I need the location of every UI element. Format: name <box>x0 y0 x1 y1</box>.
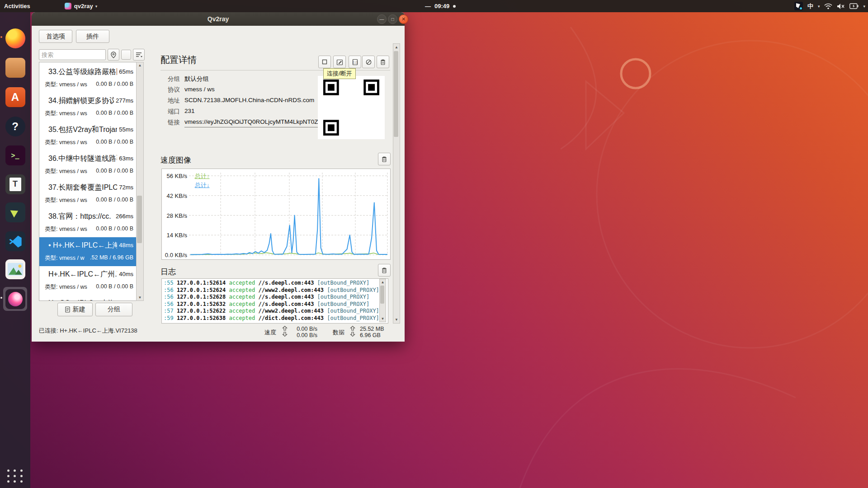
maximize-button[interactable]: □ <box>388 14 397 24</box>
server-list-item[interactable]: 35.包括V2ray和Trojan55ms类型: vmess / ws0.00 … <box>39 122 136 150</box>
config-details-title: 配置详情 <box>160 54 197 66</box>
server-traffic: 0.00 B / 0.00 B <box>96 139 133 146</box>
config-detail-row: 分组默认分组 <box>166 75 209 84</box>
vscode-icon <box>5 231 25 251</box>
clear-log-button[interactable] <box>378 264 391 277</box>
activities-button[interactable]: Activities <box>0 0 34 12</box>
help-icon: ? <box>5 117 25 136</box>
scrollbar-thumb[interactable] <box>380 286 384 304</box>
server-list-item[interactable]: 38.官网：https://cc.266ms类型: vmess / ws0.00… <box>39 208 136 237</box>
server-traffic: 0.00 B / 0.00 B <box>96 110 133 117</box>
ime-language-label[interactable]: 中 <box>807 2 813 10</box>
server-name: 34.捐赠解锁更多协议 <box>48 96 114 106</box>
server-list-item[interactable]: • H+.HK←IPLC←上海48ms类型: vmess / w.52 MB /… <box>39 237 136 266</box>
trash-icon <box>380 59 386 66</box>
server-list-item[interactable]: 36.中继中转隧道线路覆63ms类型: vmess / ws0.00 B / 0… <box>39 150 136 179</box>
connect-disconnect-button[interactable] <box>318 56 331 68</box>
trash-icon <box>381 156 387 163</box>
log-scrollbar[interactable]: ▲ ▼ <box>379 279 386 322</box>
dock-item-qv2ray[interactable] <box>3 287 27 311</box>
plugins-button[interactable]: 插件 <box>76 30 109 43</box>
minimize-button[interactable]: — <box>377 14 387 24</box>
server-list-scrollbar[interactable]: ▲ ▼ <box>136 62 144 301</box>
dock-item-help[interactable]: ? <box>3 114 27 138</box>
qr-code <box>318 76 385 139</box>
qv2ray-window: Qv2ray — □ ✕ 首选项 插件 33.公益等级線路嚴格限65ms类型: … <box>32 12 405 342</box>
chevron-down-icon: ▾ <box>863 4 865 9</box>
section-separator <box>160 70 390 70</box>
show-applications-button[interactable] <box>7 468 23 484</box>
test-latency-button[interactable] <box>362 56 375 68</box>
app-menu[interactable]: qv2ray ▾ <box>61 0 101 12</box>
server-list-item[interactable]: 33.公益等级線路嚴格限65ms类型: vmess / ws0.00 B / 0… <box>39 64 136 93</box>
log-destination: //www2.deepl.com:443 <box>259 308 327 314</box>
share-link-field[interactable]: vmess://eyJhZGQiOiJTQ0ROLjcyMTM4LkpNT0ZM… <box>184 118 320 127</box>
edit-config-button[interactable] <box>333 56 346 68</box>
scroll-down-icon[interactable]: ▼ <box>393 318 400 322</box>
panel-scrollbar[interactable]: ▲ ▼ <box>393 43 400 324</box>
log-line: :59 127.0.0.1:52638 accepted //dict.deep… <box>164 315 388 322</box>
system-status-area[interactable]: 中 ▾ ▾ <box>794 0 865 12</box>
log-output[interactable]: :55 127.0.0.1:52614 accepted //s.deepl.c… <box>161 278 388 324</box>
svg-text:{;}: {;} <box>352 61 358 64</box>
delete-config-button[interactable] <box>377 56 389 68</box>
input-method-icon[interactable] <box>794 2 803 10</box>
sort-button[interactable] <box>133 49 145 61</box>
detail-value: vmess / ws <box>184 86 215 95</box>
svg-text:42 KB/s: 42 KB/s <box>166 192 187 199</box>
new-config-button[interactable]: 新建 <box>57 303 93 316</box>
latency-test-button[interactable] <box>108 49 119 61</box>
edit-json-button[interactable]: {;} <box>349 56 361 68</box>
new-config-label: 新建 <box>73 305 85 314</box>
legend-total-upload[interactable]: 总计↑ <box>195 172 210 180</box>
window-titlebar[interactable]: Qv2ray <box>32 12 405 26</box>
detail-label: 协议 <box>166 86 180 95</box>
log-line: :57 127.0.0.1:52622 accepted //www2.deep… <box>164 308 388 315</box>
server-list-item[interactable]: 34.捐赠解锁更多协议277ms类型: vmess / ws0.00 B / 0… <box>39 93 136 122</box>
group-button[interactable]: 分组 <box>95 303 132 316</box>
server-name: • H+.HK←IPLC←上海 <box>48 241 117 250</box>
scroll-down-icon[interactable]: ▼ <box>380 317 386 321</box>
log-time: :59 <box>164 315 177 321</box>
clock-dash: — <box>425 3 431 9</box>
server-list-item[interactable]: H+.SG←IPLC←上海 <box>39 295 136 301</box>
clear-graph-button[interactable] <box>378 153 391 165</box>
server-list-item[interactable]: 37.长期套餐覆盖IPLC专72ms类型: vmess / ws0.00 B /… <box>39 179 136 208</box>
dock-item-text-editor[interactable]: T <box>3 172 27 196</box>
data-values: 25.52 MB 6.96 GB <box>360 326 388 338</box>
dock-item-vscode[interactable] <box>3 229 27 253</box>
scroll-up-icon[interactable]: ▲ <box>137 63 143 67</box>
dock-item-firefox[interactable] <box>3 26 27 50</box>
files-icon <box>5 58 25 78</box>
close-button[interactable]: ✕ <box>399 14 408 24</box>
server-type: 类型: vmess / ws <box>45 225 87 233</box>
legend-total-download[interactable]: 总计↓ <box>195 181 210 189</box>
scrollbar-thumb[interactable] <box>394 51 398 137</box>
battery-icon <box>849 3 859 9</box>
scroll-up-icon[interactable]: ▲ <box>380 280 386 284</box>
dock-item-image-viewer[interactable] <box>3 257 27 281</box>
log-time: :56 <box>164 287 177 293</box>
clock-time: 09:49 <box>434 3 449 9</box>
dock-item-terminal[interactable]: >_ <box>3 143 27 167</box>
scroll-down-icon[interactable]: ▼ <box>137 296 143 300</box>
server-type: 类型: vmess / w <box>45 254 85 262</box>
dock-item-send-app[interactable] <box>3 200 27 224</box>
server-ping: 65ms <box>117 67 133 77</box>
search-input[interactable] <box>39 49 106 60</box>
scrollbar-thumb[interactable] <box>137 196 142 243</box>
stop-square-icon <box>321 59 328 65</box>
server-list-item[interactable]: H+.HK←IPLC←广州.V40ms类型: vmess / ws0.00 B … <box>39 266 136 295</box>
blank-button[interactable] <box>121 50 131 60</box>
server-name: H+.SG←IPLC←上海 <box>48 299 115 301</box>
terminal-icon: >_ <box>5 145 25 165</box>
clock[interactable]: — 09:49 <box>425 0 456 12</box>
server-name: 33.公益等级線路嚴格限 <box>48 67 117 77</box>
log-title: 日志 <box>160 267 176 277</box>
dock-item-files[interactable] <box>3 56 27 80</box>
dock-item-ubuntu-software[interactable]: A <box>3 85 27 109</box>
trash-icon <box>381 267 387 274</box>
qr-pattern <box>323 80 379 136</box>
preferences-button[interactable]: 首选项 <box>39 30 72 43</box>
scroll-up-icon[interactable]: ▲ <box>393 45 400 49</box>
